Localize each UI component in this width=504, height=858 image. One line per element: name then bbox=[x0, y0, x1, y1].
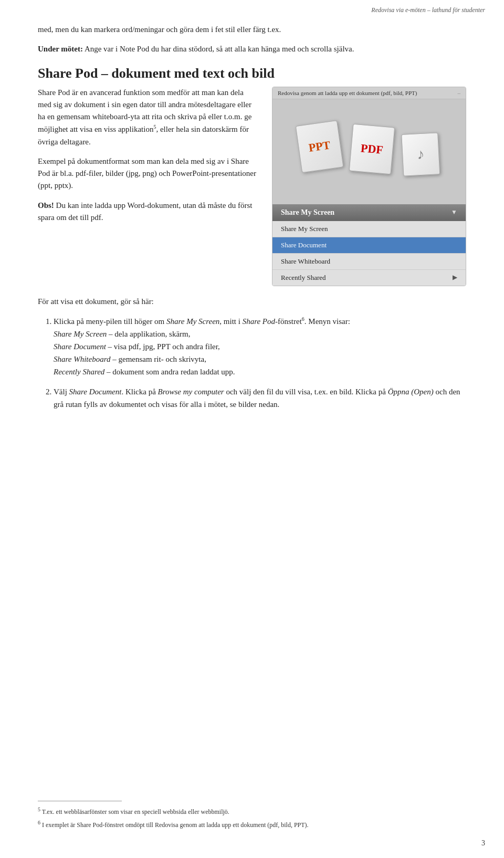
page-number: 3 bbox=[481, 839, 485, 847]
menu-line-4: Recently Shared – dokument som andra red… bbox=[54, 368, 235, 376]
header-title: Redovisa via e-möten – lathund för stude… bbox=[371, 6, 485, 14]
screenshot-titlebar: Redovisa genom att ladda upp ett dokumen… bbox=[272, 87, 466, 99]
list-item-1: Klicka på meny-pilen till höger om Share… bbox=[54, 315, 466, 378]
footnote-5: 5 T.ex. ett webbläsarfönster som visar e… bbox=[38, 805, 466, 817]
screenshot-column: Redovisa genom att ladda upp ett dokumen… bbox=[272, 87, 466, 286]
footnote-6: 6 I exemplet är Share Pod-fönstret omdöp… bbox=[38, 819, 466, 830]
dropdown-menu: Share My Screen Share Document Share Whi… bbox=[272, 221, 466, 286]
under-motet-text: Ange var i Note Pod du har dina stödord,… bbox=[83, 45, 354, 53]
recently-shared-arrow: ▶ bbox=[453, 274, 457, 281]
menu-item-share-document[interactable]: Share Document bbox=[272, 237, 466, 254]
share-pod-para1: Share Pod är en avancerad funktion som m… bbox=[38, 87, 257, 148]
share-my-screen-arrow: ▼ bbox=[451, 208, 457, 216]
under-motet-label: Under mötet: bbox=[38, 45, 83, 53]
menu-item-share-my-screen[interactable]: Share My Screen bbox=[272, 221, 466, 237]
footnote-separator bbox=[38, 801, 122, 801]
music-icon: ♪ bbox=[401, 132, 440, 176]
under-motet-para: Under mötet: Ange var i Note Pod du har … bbox=[38, 43, 466, 55]
list-intro: För att visa ett dokument, gör så här: bbox=[38, 296, 466, 308]
pdf-icon: PDF bbox=[349, 123, 395, 174]
intro-para1: med, men du kan markera ord/meningar och… bbox=[38, 24, 466, 36]
menu-line-3: Share Whiteboard – gemensam rit- och skr… bbox=[54, 355, 206, 363]
section-heading: Share Pod – dokument med text och bild bbox=[38, 65, 466, 81]
share-pod-para2: Exempel på dokumentformat som man kan de… bbox=[38, 155, 257, 192]
menu-line-2: Share Document – visa pdf, jpg, PPT och … bbox=[54, 342, 220, 351]
list-item-2: Välj Share Document. Klicka på Browse my… bbox=[54, 385, 466, 411]
share-pod-para3: Obs! Du kan inte ladda upp Word-dokument… bbox=[38, 200, 257, 224]
screenshot-titlebar-btn: – bbox=[458, 90, 461, 96]
share-my-screen-button[interactable]: Share My Screen ▼ bbox=[272, 204, 466, 221]
page: Redovisa via e-möten – lathund för stude… bbox=[0, 0, 504, 858]
page-header: Redovisa via e-möten – lathund för stude… bbox=[0, 0, 504, 14]
menu-item-recently-shared[interactable]: Recently Shared ▶ bbox=[272, 270, 466, 286]
instructions-list: Klicka på meny-pilen till höger om Share… bbox=[38, 315, 466, 411]
menu-line-1: Share My Screen – dela applikation, skär… bbox=[54, 330, 191, 338]
share-pod-text-col: Share Pod är en avancerad funktion som m… bbox=[38, 87, 257, 232]
share-pod-section: Share Pod är en avancerad funktion som m… bbox=[38, 87, 466, 286]
footnote-area: 5 T.ex. ett webbläsarfönster som visar e… bbox=[38, 801, 466, 832]
screenshot-icons-area: PPT PDF ♪ bbox=[272, 99, 466, 204]
screenshot-titlebar-text: Redovisa genom att ladda upp ett dokumen… bbox=[278, 90, 417, 96]
screenshot-box: Redovisa genom att ladda upp ett dokumen… bbox=[272, 87, 466, 286]
obs-label: Obs! bbox=[38, 201, 54, 210]
footnote-ref-6: 6 bbox=[302, 316, 304, 322]
ppt-icon: PPT bbox=[296, 120, 344, 173]
menu-item-share-whiteboard[interactable]: Share Whiteboard bbox=[272, 254, 466, 270]
share-my-screen-label: Share My Screen bbox=[281, 208, 334, 217]
main-content: med, men du kan markera ord/meningar och… bbox=[0, 14, 504, 411]
